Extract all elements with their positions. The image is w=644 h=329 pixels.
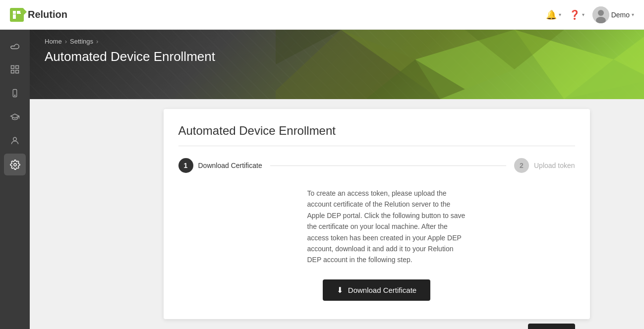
wizard-card: Automated Device Enrollment 1 Download C… <box>164 109 590 319</box>
step-1: 1 Download Certificate <box>178 158 262 173</box>
avatar <box>592 6 609 23</box>
svg-rect-0 <box>13 14 16 19</box>
svg-rect-8 <box>11 70 14 73</box>
wizard-footer: Next <box>178 316 575 329</box>
wizard-title: Automated Device Enrollment <box>178 124 575 146</box>
svg-point-13 <box>13 163 16 165</box>
sidebar-item-device[interactable] <box>4 82 26 104</box>
step-2: 2 Upload token <box>514 158 575 173</box>
page-body: Automated Device Enrollment 1 Download C… <box>30 99 644 329</box>
step-1-label: Download Certificate <box>198 162 262 169</box>
download-btn-wrapper: ⬇ Download Certificate <box>178 279 575 301</box>
help-icon: ❓ <box>569 9 580 20</box>
step-2-label: Upload token <box>534 162 575 169</box>
nav-right: 🔔 ▾ ❓ ▾ Demo ▾ <box>546 6 634 23</box>
download-icon: ⬇ <box>337 285 343 295</box>
download-certificate-button[interactable]: ⬇ Download Certificate <box>323 279 430 301</box>
sidebar-item-settings[interactable] <box>4 154 26 175</box>
page-header-content: Home › Settings › Automated Device Enrol… <box>30 30 644 72</box>
svg-rect-1 <box>13 11 16 14</box>
sidebar <box>0 30 30 329</box>
top-nav: Relution 🔔 ▾ ❓ ▾ Demo ▾ <box>0 0 644 30</box>
help-btn[interactable]: ❓ ▾ <box>569 9 585 20</box>
sidebar-item-grid[interactable] <box>4 58 26 80</box>
content-area: Home › Settings › Automated Device Enrol… <box>30 30 644 329</box>
steps-row: 1 Download Certificate 2 Upload token <box>178 158 575 173</box>
next-button[interactable]: Next <box>528 324 575 329</box>
user-menu-btn[interactable]: Demo ▾ <box>592 6 634 23</box>
logo-icon <box>10 8 24 22</box>
svg-point-12 <box>13 137 17 141</box>
breadcrumb: Home › Settings › <box>45 38 629 45</box>
notifications-btn[interactable]: 🔔 ▾ <box>546 9 561 20</box>
step-2-circle: 2 <box>514 158 529 173</box>
svg-rect-2 <box>17 11 21 14</box>
svg-rect-7 <box>16 66 19 69</box>
sidebar-item-education[interactable] <box>4 106 26 128</box>
main-layout: Home › Settings › Automated Device Enrol… <box>0 30 644 329</box>
svg-point-11 <box>14 95 15 96</box>
svg-rect-9 <box>16 70 19 73</box>
description-text: To create an access token, please upload… <box>288 188 466 266</box>
page-header: Home › Settings › Automated Device Enrol… <box>30 30 644 99</box>
step-1-circle: 1 <box>178 158 193 173</box>
sidebar-item-user[interactable] <box>4 130 26 152</box>
bell-icon: 🔔 <box>546 9 557 20</box>
sidebar-item-cloud[interactable] <box>4 35 26 56</box>
user-name: Demo <box>611 11 630 19</box>
logo: Relution <box>10 8 67 22</box>
step-line <box>270 165 506 166</box>
svg-point-4 <box>598 10 604 16</box>
page-title: Automated Device Enrollment <box>45 49 629 64</box>
svg-rect-6 <box>11 66 14 69</box>
